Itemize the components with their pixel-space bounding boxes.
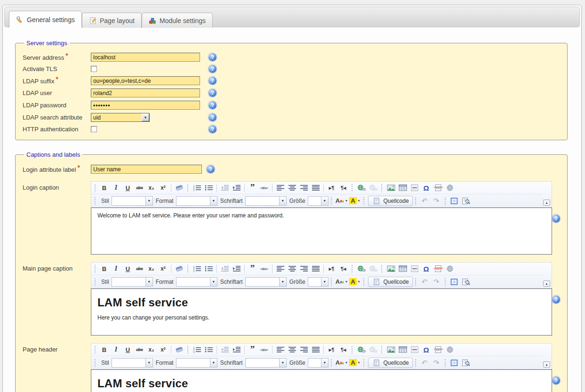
bold-icon[interactable]: B [98, 264, 110, 274]
preview-icon[interactable] [460, 277, 472, 287]
format-combo[interactable]: ▾ [176, 358, 217, 368]
source-code-icon[interactable]: Quellcode [368, 196, 413, 206]
page-break-icon[interactable] [432, 264, 444, 274]
superscript-icon[interactable]: x² [157, 183, 169, 193]
underline-icon[interactable]: U [122, 344, 134, 355]
maximize-icon[interactable] [449, 277, 460, 287]
help-icon[interactable]: ? [208, 113, 216, 121]
insert-link-icon[interactable] [355, 264, 367, 274]
help-icon[interactable]: ? [552, 376, 560, 384]
activate-tls-checkbox[interactable] [91, 66, 97, 72]
bulleted-list-icon[interactable] [203, 264, 215, 274]
format-combo[interactable]: ▾ [176, 196, 217, 206]
indent-icon[interactable] [231, 183, 242, 193]
align-right-icon[interactable] [298, 264, 310, 274]
iframe-icon[interactable] [444, 183, 456, 193]
text-color-icon[interactable]: A▾ [335, 358, 348, 368]
numbered-list-icon[interactable] [191, 344, 203, 355]
help-icon[interactable]: ? [208, 125, 216, 133]
editor-content-area[interactable]: LAM self serviceHere you can change your… [91, 288, 552, 336]
ldap-user-input[interactable] [91, 88, 200, 97]
blockquote-icon[interactable]: ” [247, 183, 258, 193]
style-combo[interactable]: ▾ [112, 277, 153, 287]
login-attribute-label-input[interactable] [91, 165, 202, 174]
insert-table-icon[interactable] [397, 344, 409, 355]
align-left-icon[interactable] [274, 264, 286, 274]
text-color-icon[interactable]: A▾ [335, 196, 348, 206]
align-justify-icon[interactable] [310, 264, 321, 274]
help-icon[interactable]: ? [208, 89, 216, 97]
size-combo[interactable]: ▾ [308, 358, 329, 368]
text-direction-ltr-icon[interactable]: ▸¶ [326, 264, 337, 274]
background-color-icon[interactable]: A▾ [348, 358, 361, 368]
collapse-toolbar-button[interactable]: ▴ [543, 200, 550, 206]
font-combo[interactable]: ▾ [245, 358, 287, 368]
insert-link-icon[interactable] [355, 344, 367, 355]
superscript-icon[interactable]: x² [157, 344, 169, 355]
italic-icon[interactable]: I [110, 264, 122, 274]
numbered-list-icon[interactable] [191, 183, 203, 193]
special-character-icon[interactable]: Ω [420, 344, 432, 355]
align-center-icon[interactable] [286, 183, 298, 193]
align-left-icon[interactable] [274, 344, 286, 355]
font-combo[interactable]: ▾ [245, 196, 287, 206]
size-combo[interactable]: ▾ [308, 277, 329, 287]
maximize-icon[interactable] [449, 196, 460, 206]
preview-icon[interactable] [460, 196, 472, 206]
special-character-icon[interactable]: Ω [420, 264, 432, 274]
help-icon[interactable]: ? [552, 296, 560, 304]
subscript-icon[interactable]: x₂ [145, 264, 157, 274]
help-icon[interactable]: ? [208, 101, 216, 109]
strikethrough-icon[interactable]: abc [134, 264, 145, 274]
http-authentication-checkbox[interactable] [91, 126, 97, 132]
help-icon[interactable]: ? [208, 53, 216, 61]
indent-icon[interactable] [231, 344, 242, 355]
page-break-icon[interactable] [432, 183, 444, 193]
horizontal-rule-icon[interactable] [409, 183, 420, 193]
format-combo[interactable]: ▾ [176, 277, 217, 287]
source-code-icon[interactable]: Quellcode [368, 277, 413, 287]
text-direction-ltr-icon[interactable]: ▸¶ [326, 344, 337, 355]
tab-module-settings[interactable]: Module settings [142, 13, 213, 28]
bulleted-list-icon[interactable] [203, 344, 215, 355]
text-direction-rtl-icon[interactable]: ¶◂ [337, 344, 349, 355]
collapse-toolbar-button[interactable]: ▴ [543, 280, 550, 287]
underline-icon[interactable]: U [122, 264, 134, 274]
align-center-icon[interactable] [286, 344, 298, 355]
create-div-icon[interactable]: ‹div› [258, 264, 270, 274]
tab-page-layout[interactable]: Page layout [82, 13, 142, 28]
create-div-icon[interactable]: ‹div› [258, 344, 270, 355]
page-break-icon[interactable] [432, 344, 444, 355]
text-direction-rtl-icon[interactable]: ¶◂ [337, 183, 349, 193]
help-icon[interactable]: ? [208, 77, 216, 85]
text-direction-ltr-icon[interactable]: ▸¶ [326, 183, 337, 193]
background-color-icon[interactable]: A▾ [348, 196, 361, 206]
text-color-icon[interactable]: A▾ [335, 277, 348, 287]
help-icon[interactable]: ? [208, 65, 216, 73]
iframe-icon[interactable] [444, 344, 456, 355]
italic-icon[interactable]: I [110, 344, 122, 355]
bulleted-list-icon[interactable] [203, 183, 215, 193]
editor-content-area[interactable]: LAM self service [91, 369, 552, 392]
preview-icon[interactable] [460, 358, 472, 368]
ldap-password-input[interactable] [91, 101, 200, 110]
text-direction-rtl-icon[interactable]: ¶◂ [337, 264, 349, 274]
align-right-icon[interactable] [298, 344, 310, 355]
indent-icon[interactable] [231, 264, 242, 274]
insert-image-icon[interactable] [385, 264, 397, 274]
remove-format-icon[interactable] [173, 183, 185, 193]
underline-icon[interactable]: U [122, 183, 134, 193]
insert-table-icon[interactable] [397, 183, 409, 193]
blockquote-icon[interactable]: ” [247, 264, 258, 274]
bold-icon[interactable]: B [98, 183, 110, 193]
insert-link-icon[interactable] [355, 183, 367, 193]
align-center-icon[interactable] [286, 264, 298, 274]
superscript-icon[interactable]: x² [157, 264, 169, 274]
help-icon[interactable]: ? [552, 215, 560, 223]
insert-image-icon[interactable] [385, 344, 397, 355]
collapse-toolbar-button[interactable]: ▴ [543, 361, 550, 368]
italic-icon[interactable]: I [110, 183, 122, 193]
ldap-search-attribute-select[interactable]: uid▾ [91, 113, 150, 122]
align-justify-icon[interactable] [310, 344, 321, 355]
bold-icon[interactable]: B [98, 344, 110, 355]
